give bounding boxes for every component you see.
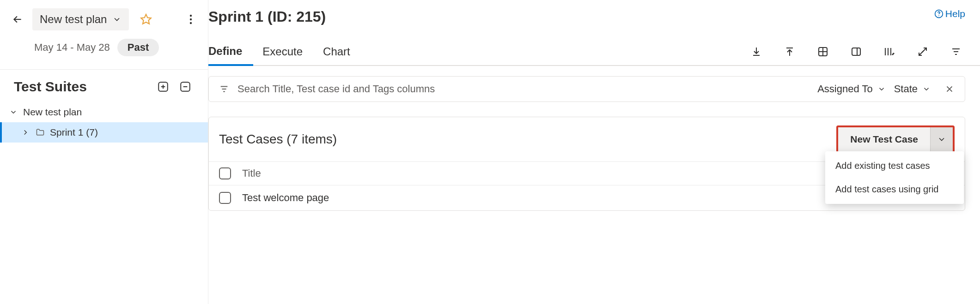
collapse-suite-icon[interactable] bbox=[177, 78, 194, 95]
iteration-date-range: May 14 - May 28 bbox=[34, 42, 110, 54]
tree-root-label: New test plan bbox=[23, 107, 82, 118]
grid-view-icon[interactable] bbox=[816, 45, 829, 58]
favorite-star-icon[interactable] bbox=[138, 12, 154, 27]
clear-filters-icon[interactable] bbox=[944, 84, 955, 94]
test-suites-heading: Test Suites bbox=[14, 79, 150, 95]
page-title: Sprint 1 (ID: 215) bbox=[208, 8, 326, 25]
search-input[interactable]: Search Title, Test case id and Tags colu… bbox=[219, 83, 809, 95]
svg-point-1 bbox=[190, 15, 192, 17]
suite-tree: New test plan Sprint 1 (7) bbox=[0, 100, 208, 144]
search-placeholder: Search Title, Test case id and Tags colu… bbox=[237, 83, 435, 95]
chevron-down-icon bbox=[922, 85, 931, 93]
more-options-icon[interactable] bbox=[183, 12, 199, 27]
menu-add-grid[interactable]: Add test cases using grid bbox=[825, 178, 964, 201]
new-test-case-button[interactable]: New Test Case bbox=[838, 127, 931, 151]
svg-marker-0 bbox=[141, 14, 152, 24]
chevron-down-icon bbox=[112, 15, 122, 24]
help-label: Help bbox=[945, 8, 965, 19]
export-up-icon[interactable] bbox=[783, 45, 796, 58]
tree-child-item[interactable]: Sprint 1 (7) bbox=[0, 122, 208, 143]
chevron-down-icon bbox=[8, 108, 18, 116]
help-icon bbox=[934, 9, 943, 18]
filter-icon[interactable] bbox=[950, 45, 962, 58]
svg-point-7 bbox=[938, 15, 939, 16]
sidebar: New test plan May 14 - May 28 Past Test … bbox=[0, 0, 208, 304]
add-suite-icon[interactable] bbox=[154, 78, 172, 95]
filter-lines-icon bbox=[219, 84, 229, 94]
select-all-checkbox[interactable] bbox=[219, 167, 231, 179]
new-test-case-split-button: New Test Case bbox=[836, 125, 955, 153]
tab-define[interactable]: Define bbox=[208, 38, 253, 66]
chevron-down-icon bbox=[877, 85, 886, 93]
plan-name-label: New test plan bbox=[40, 13, 107, 26]
svg-point-3 bbox=[190, 22, 192, 24]
chevron-right-icon bbox=[20, 128, 30, 137]
columns-edit-icon[interactable] bbox=[883, 45, 896, 58]
new-test-case-menu: Add existing test cases Add test cases u… bbox=[825, 151, 964, 204]
test-cases-heading: Test Cases (7 items) bbox=[219, 132, 337, 147]
tree-child-label: Sprint 1 (7) bbox=[50, 127, 98, 138]
tab-chart[interactable]: Chart bbox=[323, 39, 361, 65]
svg-rect-9 bbox=[852, 48, 860, 55]
svg-point-2 bbox=[190, 18, 192, 20]
filter-assigned-to[interactable]: Assigned To bbox=[817, 83, 885, 95]
fullscreen-icon[interactable] bbox=[916, 45, 929, 58]
filter-state[interactable]: State bbox=[894, 83, 931, 95]
back-arrow-icon[interactable] bbox=[9, 11, 26, 28]
main-content: Sprint 1 (ID: 215) Help Define Execute C… bbox=[208, 0, 980, 304]
tree-root-item[interactable]: New test plan bbox=[0, 102, 208, 122]
export-down-icon[interactable] bbox=[750, 45, 763, 58]
menu-add-existing[interactable]: Add existing test cases bbox=[825, 154, 964, 178]
folder-icon bbox=[35, 128, 45, 137]
help-link[interactable]: Help bbox=[934, 8, 965, 19]
chevron-down-icon bbox=[937, 135, 946, 144]
test-plan-selector[interactable]: New test plan bbox=[32, 8, 129, 30]
row-checkbox[interactable] bbox=[219, 192, 231, 204]
row-title: Test welcome page bbox=[242, 192, 844, 204]
split-view-icon[interactable] bbox=[850, 45, 863, 58]
tabs-bar: Define Execute Chart bbox=[208, 38, 980, 66]
new-test-case-dropdown-toggle[interactable] bbox=[931, 127, 953, 151]
search-filter-bar: Search Title, Test case id and Tags colu… bbox=[208, 76, 965, 102]
iteration-status-badge: Past bbox=[117, 39, 159, 56]
column-title[interactable]: Title bbox=[242, 167, 844, 179]
test-cases-panel: Test Cases (7 items) New Test Case Add e… bbox=[208, 117, 965, 211]
tab-execute[interactable]: Execute bbox=[262, 39, 314, 65]
